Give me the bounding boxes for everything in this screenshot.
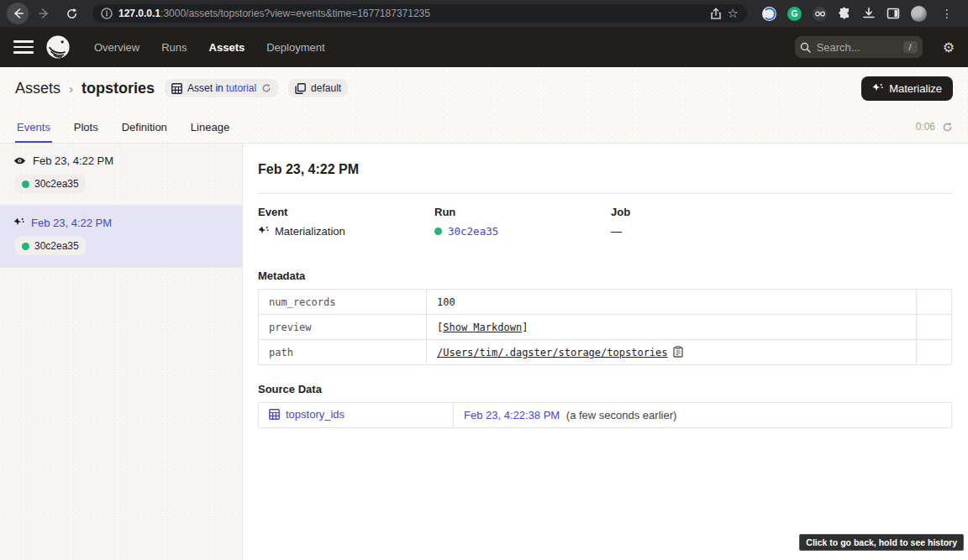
- table-grid-icon: [269, 409, 280, 420]
- job-value: —: [611, 225, 622, 238]
- event-time: Feb 23, 4:22 PM: [31, 217, 112, 229]
- grammarly-icon[interactable]: G: [787, 7, 802, 21]
- search-input[interactable]: Search... /: [795, 36, 923, 58]
- run-status-dot: [434, 228, 442, 235]
- source-data-table: topstory_ids Feb 23, 4:22:38 PM (a few s…: [258, 402, 952, 428]
- materialization-sparkle-icon: [872, 83, 883, 94]
- table-row: path /Users/tim/.dagster/storage/topstor…: [259, 340, 952, 365]
- refresh-timer: 0:06: [916, 121, 953, 133]
- url-text: 127.0.0.1:3000/assets/topstories?view=ev…: [118, 8, 430, 19]
- source-event-time-link[interactable]: Feb 23, 4:22:38 PM: [464, 409, 560, 421]
- share-icon[interactable]: [710, 8, 722, 20]
- run-tag[interactable]: 30c2ea35: [15, 237, 86, 255]
- observation-eye-icon: [13, 156, 26, 165]
- tab-events[interactable]: Events: [15, 114, 52, 143]
- path-link[interactable]: /Users/tim/.dagster/storage/topstories: [437, 347, 668, 359]
- browser-forward-button[interactable]: [34, 3, 55, 24]
- extensions-area: G ⋮: [757, 6, 961, 22]
- event-detail-panel: Feb 23, 4:22 PM Event Materialization Ru…: [243, 144, 968, 560]
- nav-item-assets[interactable]: Assets: [209, 41, 245, 54]
- hamburger-menu-icon[interactable]: [13, 37, 34, 57]
- metadata-value: /Users/tim/.dagster/storage/topstories: [427, 340, 917, 365]
- event-label: Event: [258, 206, 434, 218]
- breadcrumb-separator: ›: [69, 81, 73, 96]
- search-shortcut-badge: /: [903, 41, 918, 53]
- tutorial-link[interactable]: tutorial: [226, 82, 256, 94]
- browser-profile-avatar[interactable]: [911, 6, 927, 22]
- event-detail-title: Feb 23, 4:22 PM: [258, 162, 952, 177]
- breadcrumb-asset-name: topstories: [82, 80, 155, 97]
- repo-badge-label: default: [311, 82, 341, 94]
- event-list-item-materialization[interactable]: Feb 23, 4:22 PM 30c2ea35: [0, 206, 242, 268]
- run-status-dot: [22, 181, 29, 188]
- asset-group-label: Asset in tutorial: [187, 82, 256, 94]
- browser-toolbar: 127.0.0.1:3000/assets/topstories?view=ev…: [0, 0, 968, 27]
- browser-reload-button[interactable]: [60, 3, 82, 24]
- site-info-icon[interactable]: [101, 8, 113, 19]
- breadcrumb: Assets › topstories: [15, 80, 155, 97]
- source-asset-link[interactable]: topstory_ids: [269, 408, 345, 421]
- materialization-sparkle-icon: [258, 226, 269, 237]
- app-navbar: Overview Runs Assets Deployment Search..…: [0, 27, 968, 67]
- metadata-key: preview: [259, 315, 427, 340]
- metadata-key: num_records: [259, 290, 427, 315]
- run-status-dot: [22, 243, 29, 250]
- url-bar[interactable]: 127.0.0.1:3000/assets/topstories?view=ev…: [92, 4, 747, 23]
- event-list-item-observation[interactable]: Feb 23, 4:22 PM 30c2ea35: [0, 144, 242, 206]
- event-value: Materialization: [258, 225, 434, 238]
- show-markdown-link[interactable]: Show Markdown: [443, 322, 522, 333]
- search-placeholder: Search...: [817, 41, 897, 54]
- materialize-button[interactable]: Materialize: [861, 76, 953, 101]
- tab-definition[interactable]: Definition: [120, 114, 169, 143]
- refresh-icon-small[interactable]: [261, 83, 271, 93]
- table-row: preview [Show Markdown]: [259, 315, 952, 340]
- copy-to-clipboard-icon[interactable]: [673, 346, 683, 358]
- dagster-logo[interactable]: [45, 34, 71, 60]
- run-id-link[interactable]: 30c2ea35: [448, 225, 498, 238]
- bookmark-star-icon[interactable]: ☆: [728, 6, 739, 21]
- event-run-job-summary: Event Materialization Run 30c2ea35 Job —: [258, 206, 952, 238]
- asset-header: Assets › topstories Asset in tutorial de…: [0, 67, 968, 144]
- tab-plots[interactable]: Plots: [72, 114, 100, 143]
- settings-gear-icon[interactable]: ⚙: [943, 39, 955, 55]
- nav-item-runs[interactable]: Runs: [161, 41, 187, 54]
- table-row: num_records 100: [259, 290, 952, 315]
- run-tag[interactable]: 30c2ea35: [15, 175, 86, 193]
- copies-icon: [295, 83, 306, 94]
- asset-tabs: Events Plots Definition Lineage 0:06: [0, 109, 968, 143]
- extensions-puzzle-icon[interactable]: [838, 7, 851, 20]
- back-button-tooltip: Click to go back, hold to see history: [799, 534, 964, 551]
- materialization-sparkle-icon: [13, 217, 24, 228]
- source-data-section-title: Source Data: [258, 383, 952, 395]
- extension-icon-1[interactable]: [762, 7, 776, 21]
- browser-menu-icon[interactable]: ⋮: [938, 7, 956, 20]
- metadata-value: 100: [427, 290, 917, 315]
- asset-group-badge[interactable]: Asset in tutorial: [165, 79, 278, 97]
- search-icon: [800, 42, 811, 53]
- downloads-icon[interactable]: [862, 7, 876, 20]
- breadcrumb-assets-link[interactable]: Assets: [15, 80, 60, 97]
- event-time: Feb 23, 4:22 PM: [33, 154, 113, 167]
- run-label: Run: [434, 206, 611, 218]
- job-label: Job: [611, 206, 952, 218]
- timer-value: 0:06: [916, 121, 935, 133]
- metadata-table: num_records 100 preview [Show Markdown] …: [258, 289, 952, 365]
- metadata-key: path: [259, 340, 427, 365]
- tab-lineage[interactable]: Lineage: [189, 114, 231, 143]
- table-row: topstory_ids Feb 23, 4:22:38 PM (a few s…: [259, 403, 952, 428]
- window-resize-corner: [958, 550, 968, 560]
- nav-item-overview[interactable]: Overview: [94, 41, 139, 54]
- table-grid-icon: [171, 83, 182, 94]
- sidepanel-icon[interactable]: [886, 7, 900, 20]
- nav-item-deployment[interactable]: Deployment: [266, 41, 324, 54]
- repo-badge[interactable]: default: [288, 79, 348, 97]
- metadata-section-title: Metadata: [258, 270, 952, 282]
- browser-back-button[interactable]: [7, 3, 29, 24]
- event-list-sidebar: Feb 23, 4:22 PM 30c2ea35 Feb 23, 4:22 PM…: [0, 144, 243, 560]
- refresh-icon[interactable]: [942, 122, 953, 133]
- goggles-extension-icon[interactable]: [813, 7, 827, 21]
- metadata-value: [Show Markdown]: [427, 315, 917, 340]
- source-event-note: (a few seconds earlier): [566, 409, 677, 421]
